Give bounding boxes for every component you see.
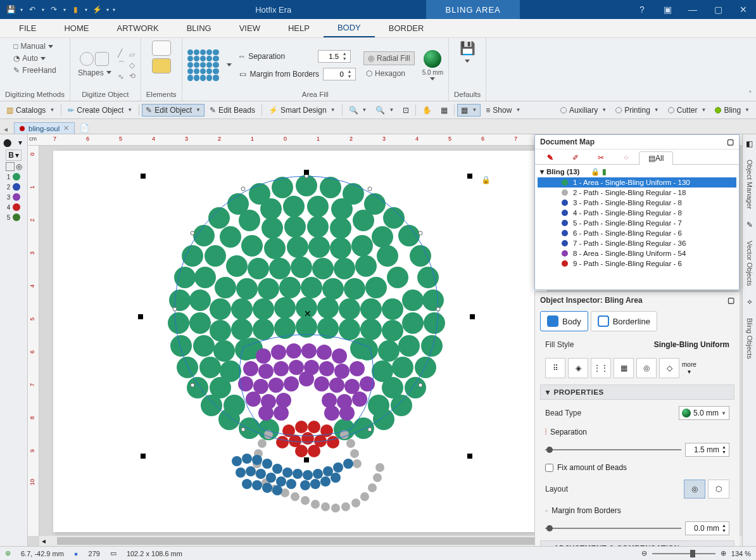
margin-value-field[interactable]: 0.0 mm▲▼ bbox=[685, 521, 729, 535]
separation-slider[interactable] bbox=[545, 449, 681, 450]
tree-item-8[interactable]: 8 - Area - Single-Bling Uniform - 54 bbox=[538, 248, 736, 258]
fill-style-5[interactable]: ◎ bbox=[636, 358, 657, 378]
edit-beads-button[interactable]: ✎Edit Beads bbox=[206, 104, 259, 117]
menu-view[interactable]: VIEW bbox=[225, 20, 274, 37]
fill-style-4[interactable]: ▦ bbox=[614, 358, 634, 378]
shape-square[interactable] bbox=[95, 52, 109, 66]
save-icon[interactable]: 💾 bbox=[4, 3, 18, 16]
inspector-tab-borderline[interactable]: Borderline bbox=[591, 311, 657, 331]
arc-tool-icon[interactable]: ∿ bbox=[118, 72, 125, 81]
shape-circle[interactable] bbox=[80, 52, 94, 66]
close-icon[interactable]: ✕ bbox=[731, 0, 756, 19]
body-boldmode-icon[interactable]: ▾ bbox=[15, 151, 19, 160]
bead-type-combo[interactable]: 5.0 mm ▼ bbox=[679, 406, 729, 420]
bead-list-icon[interactable]: ◎ bbox=[16, 162, 22, 171]
tree-root[interactable]: ▾ Bling (13) 🔒 ▮ bbox=[538, 166, 736, 177]
help-icon[interactable]: ? bbox=[629, 0, 655, 19]
fill-style-more[interactable]: more▾ bbox=[682, 361, 696, 375]
folder-icon[interactable]: ▮ bbox=[68, 3, 82, 16]
pattern-dropdown[interactable] bbox=[227, 63, 232, 67]
element-a-button[interactable] bbox=[152, 41, 171, 56]
inspector-tab-body[interactable]: Body bbox=[540, 311, 588, 331]
create-object-button[interactable]: ✏Create Object▼ bbox=[64, 104, 136, 117]
menu-file[interactable]: FILE bbox=[5, 20, 50, 37]
object-layer-icon[interactable]: ⬤ bbox=[2, 137, 13, 148]
redo-icon[interactable]: ↷ bbox=[47, 3, 61, 16]
cutter-toggle[interactable]: Cutter▼ bbox=[664, 104, 710, 117]
docmap-tab-pencil[interactable]: ✎ bbox=[538, 151, 563, 164]
measure-icon[interactable]: ▦ bbox=[437, 104, 451, 117]
bolt-icon[interactable]: ⚡ bbox=[90, 3, 104, 16]
separation-input[interactable] bbox=[318, 51, 340, 62]
tree-item-9[interactable]: 9 - Path - Single-Bling Regular - 6 bbox=[538, 258, 736, 269]
new-document-icon[interactable]: 📄 bbox=[77, 122, 92, 134]
menu-border[interactable]: BORDER bbox=[375, 20, 438, 37]
document-tab[interactable]: bling-soul ✕ bbox=[14, 122, 75, 134]
menu-help[interactable]: HELP bbox=[274, 20, 324, 37]
bling-toggle[interactable]: Bling▼ bbox=[711, 104, 753, 117]
vector-objects-icon[interactable]: ✎ bbox=[747, 220, 753, 229]
docmap-tab-cut[interactable]: ✂ bbox=[588, 151, 614, 164]
show-button[interactable]: ≡ Show▼ bbox=[482, 104, 524, 117]
docmap-tab-brush[interactable]: ✐ bbox=[563, 151, 588, 164]
select-bead-icon[interactable] bbox=[6, 162, 15, 171]
fix-amount-checkbox[interactable]: Fix amount of Beads bbox=[540, 462, 734, 473]
undo-icon[interactable]: ↶ bbox=[25, 3, 39, 16]
hexagon-button[interactable]: ⬡Hexagon bbox=[363, 68, 415, 79]
merge-icon[interactable]: ⟲ bbox=[129, 72, 135, 80]
tree-item-1[interactable]: 1 - Area - Single-Bling Uniform - 130 bbox=[538, 177, 736, 188]
freehand-button[interactable]: ✎FreeHand bbox=[11, 65, 58, 76]
docmap-tab-all[interactable]: ▤ All bbox=[639, 151, 673, 165]
auxiliary-toggle[interactable]: Auxiliary▼ bbox=[557, 104, 610, 117]
color-2[interactable]: 2 bbox=[7, 182, 21, 191]
zoom-control[interactable]: ⊖ ⊕ 134 % bbox=[641, 549, 751, 557]
close-path-icon[interactable]: ◇ bbox=[129, 61, 135, 70]
menu-artwork[interactable]: ARTWORK bbox=[103, 20, 172, 37]
fill-style-1[interactable]: ⠿ bbox=[545, 358, 565, 378]
shapes-button[interactable]: Shapes bbox=[75, 67, 114, 79]
tab-object-manager[interactable]: Object Manager bbox=[746, 157, 753, 212]
fill-style-6[interactable]: ◇ bbox=[659, 358, 679, 378]
zoom-in-status-icon[interactable]: ⊕ bbox=[721, 549, 726, 557]
printing-toggle[interactable]: Printing▼ bbox=[612, 104, 663, 117]
auto-button[interactable]: ◔Auto bbox=[11, 53, 48, 64]
poly-tool-icon[interactable]: ▱ bbox=[129, 50, 135, 59]
catalogs-button[interactable]: ▥Catalogs▼ bbox=[3, 104, 58, 117]
color-4[interactable]: 4 bbox=[7, 203, 21, 212]
line-tool-icon[interactable]: ╱ bbox=[118, 49, 125, 58]
smart-design-button[interactable]: ⚡Smart Design▼ bbox=[265, 104, 339, 117]
fill-style-3[interactable]: ⋮⋮ bbox=[591, 358, 611, 378]
tab-bling-objects[interactable]: Bling Objects bbox=[746, 315, 753, 362]
menu-home[interactable]: HOME bbox=[50, 20, 103, 37]
zoom-select-icon[interactable]: 🔍▼ bbox=[372, 104, 398, 117]
bead-swatch[interactable] bbox=[424, 50, 441, 68]
close-tab-icon[interactable]: ✕ bbox=[63, 124, 69, 132]
ribbon-collapse-icon[interactable]: ˄ bbox=[748, 90, 752, 98]
scroll-left-icon[interactable]: ◂ bbox=[39, 537, 48, 545]
zoom-out-icon[interactable]: ⊖ bbox=[641, 549, 647, 557]
properties-header[interactable]: ▾PROPERTIES bbox=[540, 385, 734, 400]
tree-item-6[interactable]: 6 - Path - Single-Bling Regular - 6 bbox=[538, 228, 736, 238]
document-map-tree[interactable]: ▾ Bling (13) 🔒 ▮ 1 - Area - Single-Bling… bbox=[535, 165, 739, 290]
pan-icon[interactable]: ✋ bbox=[419, 104, 436, 117]
defaults-dropdown[interactable] bbox=[465, 60, 470, 63]
manual-button[interactable]: □Manual bbox=[11, 41, 56, 52]
vertical-ruler[interactable]: 0 1 2 3 4 5 6 7 8 9 10 bbox=[28, 146, 39, 536]
tree-item-3[interactable]: 3 - Path - Single-Bling Regular - 8 bbox=[538, 198, 736, 208]
defaults-icon[interactable]: 💾 bbox=[460, 41, 476, 56]
color-3[interactable]: 3 bbox=[7, 193, 21, 201]
margin-slider[interactable] bbox=[545, 528, 681, 529]
minimize-icon[interactable]: — bbox=[680, 0, 705, 19]
fill-style-2[interactable]: ◈ bbox=[568, 358, 588, 378]
bead-dropdown[interactable] bbox=[430, 77, 435, 80]
design-canvas[interactable]: ✕ 🔒 bbox=[53, 151, 547, 532]
docmap-undock-icon[interactable]: ▢ bbox=[727, 137, 734, 146]
layout-spiral-button[interactable]: ◎ bbox=[684, 480, 705, 499]
bolt-dropdown[interactable]: ▾ bbox=[105, 7, 110, 13]
pin-icon[interactable]: ◂ bbox=[4, 125, 8, 134]
docmap-tab-dots[interactable]: ⁘ bbox=[614, 151, 639, 164]
element-b-button[interactable] bbox=[152, 58, 171, 73]
object-layer-dd[interactable]: ▾ bbox=[15, 137, 26, 148]
layout-hex-button[interactable]: ⬡ bbox=[708, 480, 729, 499]
expand-icon[interactable]: ▾ bbox=[540, 167, 544, 176]
